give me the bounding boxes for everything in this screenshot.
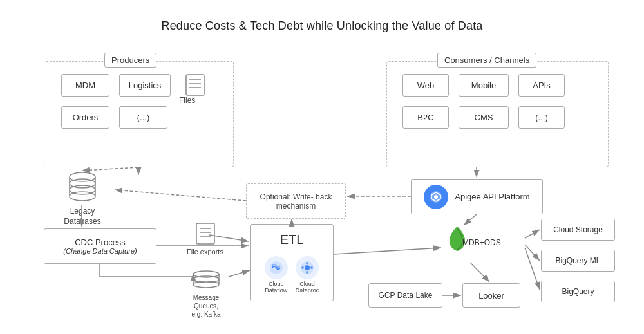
mq-label: Message Queues,e.g. Kafka: [180, 293, 232, 319]
svg-point-32: [306, 262, 308, 264]
ellipsis-box-producer: (...): [119, 106, 167, 129]
cloud-storage-box: Cloud Storage: [541, 219, 615, 241]
mdm-box: MDM: [61, 74, 109, 97]
cloud-dataflow-label: CloudDataflow: [265, 281, 287, 293]
svg-line-50: [464, 214, 477, 225]
gcp-datalake-box: GCP Data Lake: [368, 283, 442, 308]
svg-point-35: [434, 195, 438, 199]
file-exports-label: File exports: [187, 248, 223, 255]
apigee-icon: [424, 185, 448, 209]
svg-line-52: [525, 245, 540, 261]
cloud-dataflow-icon: [265, 256, 288, 279]
svg-line-54: [470, 263, 489, 282]
svg-line-46: [334, 248, 441, 254]
svg-rect-15: [196, 223, 214, 244]
mdb-label: MDB+ODS: [462, 238, 501, 247]
file-exports-icon: File exports: [184, 222, 226, 255]
svg-point-12: [70, 192, 95, 201]
apis-box: APIs: [518, 74, 565, 97]
bigquery-box: BigQuery: [541, 281, 615, 302]
files-icon: [179, 73, 211, 97]
b2c-box: B2C: [402, 106, 449, 129]
legacy-db-label: LegacyDatabases: [64, 207, 100, 227]
etl-label: ETL: [280, 232, 304, 247]
svg-line-51: [525, 230, 540, 238]
svg-point-31: [310, 266, 313, 269]
svg-line-48: [115, 190, 246, 201]
legacy-db-icon: LegacyDatabases: [57, 171, 108, 227]
bigquery-ml-box: BigQuery ML: [541, 250, 615, 272]
ellipsis-box-consumer: (...): [518, 106, 565, 129]
web-box: Web: [402, 74, 449, 97]
producers-label: Producers: [104, 53, 156, 68]
consumers-label: Consumers / Channels: [437, 53, 536, 68]
svg-line-53: [525, 248, 540, 290]
mq-icon: Message Queues,e.g. Kafka: [180, 270, 232, 319]
etl-box: ETL CloudDataflow: [250, 224, 334, 301]
apigee-box: Apigee API Platform: [411, 179, 543, 214]
files-label: Files: [179, 96, 195, 105]
cdc-box: CDC Process (Change Data Capture): [44, 228, 156, 264]
apigee-label: Apigee API Platform: [455, 192, 529, 201]
svg-rect-0: [186, 75, 204, 95]
svg-point-33: [306, 271, 308, 274]
looker-box: Looker: [462, 283, 520, 308]
orders-box: Orders: [61, 106, 109, 129]
svg-point-29: [305, 265, 310, 270]
page-title: Reduce Costs & Tech Debt while Unlocking…: [0, 8, 644, 33]
cloud-dataproc-label: CloudDataproc: [296, 281, 319, 293]
writeback-box: Optional: Write- back mechanism: [246, 183, 346, 219]
cloud-dataproc-icon: [296, 256, 319, 279]
svg-point-30: [301, 266, 304, 269]
diagram: Reduce Costs & Tech Debt while Unlocking…: [0, 0, 644, 334]
cms-box: CMS: [459, 106, 509, 129]
mobile-box: Mobile: [459, 74, 509, 97]
logistics-box: Logistics: [119, 74, 171, 97]
